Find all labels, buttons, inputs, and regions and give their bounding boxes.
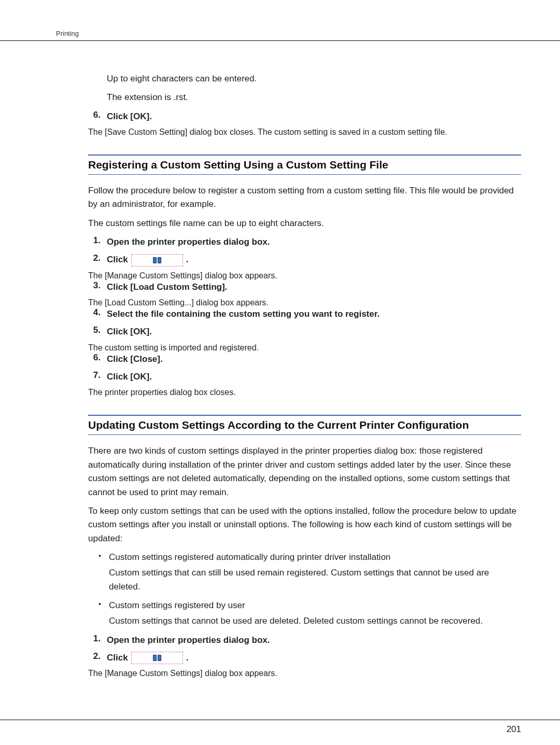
- section-title-updating: Updating Custom Settings According to th…: [88, 415, 521, 435]
- list-item: 7. Click [OK].: [88, 370, 521, 384]
- step-number: 4.: [88, 307, 107, 321]
- section1-steps-cont3: 6. Click [Close]. 7. Click [OK].: [88, 353, 521, 384]
- header-section-label: Printing: [56, 30, 79, 37]
- step-label: Select the file containing the custom se…: [107, 307, 380, 321]
- step-number: 2.: [88, 253, 107, 266]
- bullet-subtext: Custom settings that cannot be used are …: [99, 614, 521, 628]
- list-item: 6. Click [OK].: [88, 110, 521, 123]
- list-item: 4. Select the file containing the custom…: [88, 307, 521, 321]
- icon-part: [153, 257, 157, 263]
- bullet-item: Custom settings registered automatically…: [99, 551, 521, 564]
- step-trailing: .: [186, 253, 189, 266]
- bullet-label: Custom settings registered by user: [109, 600, 245, 610]
- step-number: 5.: [88, 325, 107, 339]
- intro-block: Up to eight characters can be entered. T…: [88, 72, 521, 105]
- step-number: 1.: [88, 235, 107, 249]
- section2-steps: 1. Open the printer properties dialog bo…: [88, 634, 521, 665]
- list-item: 1. Open the printer properties dialog bo…: [88, 235, 521, 249]
- icon-part: [158, 257, 161, 263]
- section2-bullets: Custom settings registered automatically…: [99, 551, 521, 628]
- step-number: 7.: [88, 370, 107, 384]
- step-subtext: The custom setting is imported and regis…: [88, 343, 521, 353]
- page-content: Up to eight characters can be entered. T…: [0, 41, 560, 678]
- icon-part: [158, 655, 161, 661]
- step-number: 3.: [88, 280, 107, 294]
- bullet-item: Custom settings registered by user: [99, 599, 521, 612]
- manage-custom-settings-icon[interactable]: [131, 652, 183, 664]
- step-number: 6.: [88, 110, 107, 123]
- step-label: Click [Load Custom Setting].: [107, 280, 227, 294]
- manage-custom-settings-icon[interactable]: [131, 254, 183, 266]
- step-trailing: .: [186, 651, 189, 665]
- section2-para2: To keep only custom settings that can be…: [88, 504, 521, 545]
- intro-line-1: Up to eight characters can be entered.: [107, 72, 521, 86]
- step-number: 6.: [88, 353, 107, 366]
- step-label: Click [OK].: [107, 370, 152, 384]
- step-number: 2.: [88, 651, 107, 665]
- page-footer: 201: [0, 720, 560, 745]
- intro-line-2: The extension is .rst.: [107, 91, 521, 104]
- step-label-with-icon: Click .: [107, 253, 188, 266]
- step-subtext: The [Save Custom Setting] dialog box clo…: [88, 128, 521, 137]
- section1-steps-cont: 3. Click [Load Custom Setting].: [88, 280, 521, 294]
- list-item: 3. Click [Load Custom Setting].: [88, 280, 521, 294]
- list-item: 5. Click [OK].: [88, 325, 521, 339]
- section2-para1: There are two kinds of custom settings d…: [88, 444, 521, 499]
- step-subtext: The printer properties dialog box closes…: [88, 388, 521, 397]
- list-item: 2. Click .: [88, 651, 521, 665]
- page-container: Printing Up to eight characters can be e…: [0, 0, 560, 745]
- list-item: 6. Click [Close].: [88, 353, 521, 366]
- step-label-text: Click: [107, 651, 128, 665]
- bullet-label: Custom settings registered automatically…: [109, 552, 390, 562]
- step-subtext: The [Manage Custom Settings] dialog box …: [88, 271, 521, 280]
- page-header: Printing: [0, 29, 560, 41]
- step-label: Click [Close].: [107, 353, 163, 366]
- bullet-subtext: Custom settings that can still be used r…: [99, 566, 521, 594]
- icon-inner: [151, 653, 163, 663]
- section1-steps: 1. Open the printer properties dialog bo…: [88, 235, 521, 267]
- step-label: Open the printer properties dialog box.: [107, 634, 270, 647]
- step-label: Click [OK].: [107, 110, 152, 123]
- step-label: Open the printer properties dialog box.: [107, 235, 270, 249]
- section-title-registering: Registering a Custom Setting Using a Cus…: [88, 154, 521, 175]
- list-item: 2. Click .: [88, 253, 521, 266]
- step-label-with-icon: Click .: [107, 651, 188, 665]
- icon-part: [153, 655, 157, 661]
- step-subtext: The [Load Custom Setting...] dialog box …: [88, 298, 521, 307]
- list-item: 1. Open the printer properties dialog bo…: [88, 634, 521, 647]
- intro-step-list: 6. Click [OK].: [88, 110, 521, 123]
- step-label-text: Click: [107, 253, 128, 266]
- step-subtext: The [Manage Custom Settings] dialog box …: [88, 669, 521, 678]
- section1-para2: The custom settings file name can be up …: [88, 217, 521, 230]
- section1-steps-cont2: 4. Select the file containing the custom…: [88, 307, 521, 339]
- icon-inner: [151, 256, 163, 265]
- step-number: 1.: [88, 634, 107, 647]
- page-number: 201: [507, 724, 521, 734]
- step-label: Click [OK].: [107, 325, 152, 339]
- section1-para1: Follow the procedure below to register a…: [88, 184, 521, 212]
